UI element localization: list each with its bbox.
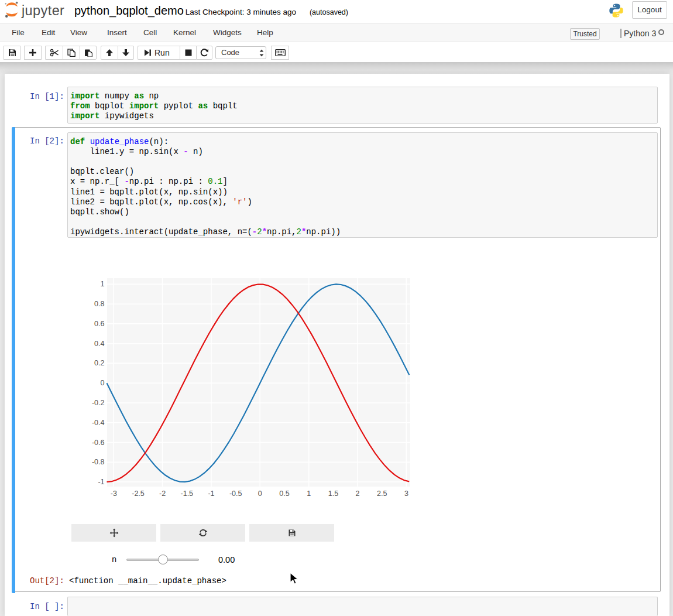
- svg-text:2.5: 2.5: [377, 490, 387, 498]
- svg-text:0.8: 0.8: [94, 300, 104, 308]
- svg-text:0: 0: [101, 379, 105, 387]
- svg-text:1: 1: [307, 490, 311, 498]
- svg-text:1: 1: [101, 280, 105, 288]
- svg-text:0.5: 0.5: [279, 490, 289, 498]
- svg-text:-2: -2: [159, 490, 166, 498]
- svg-text:0.4: 0.4: [94, 340, 104, 348]
- svg-text:3: 3: [404, 490, 408, 498]
- svg-text:-1: -1: [98, 478, 104, 486]
- svg-text:-2.5: -2.5: [132, 490, 145, 498]
- svg-text:0.2: 0.2: [94, 359, 104, 367]
- svg-text:-0.4: -0.4: [92, 419, 105, 427]
- svg-text:2: 2: [356, 490, 360, 498]
- svg-text:-1: -1: [208, 490, 214, 498]
- svg-text:-0.6: -0.6: [92, 439, 105, 447]
- svg-text:jupyter: jupyter: [21, 3, 64, 18]
- svg-text:0.6: 0.6: [94, 320, 104, 328]
- svg-text:-0.8: -0.8: [92, 458, 105, 466]
- svg-text:-1.5: -1.5: [181, 490, 194, 498]
- svg-text:0: 0: [258, 490, 262, 498]
- svg-text:-0.5: -0.5: [229, 490, 242, 498]
- svg-text:-3: -3: [111, 490, 117, 498]
- svg-text:-0.2: -0.2: [92, 399, 105, 407]
- svg-text:1.5: 1.5: [328, 490, 338, 498]
